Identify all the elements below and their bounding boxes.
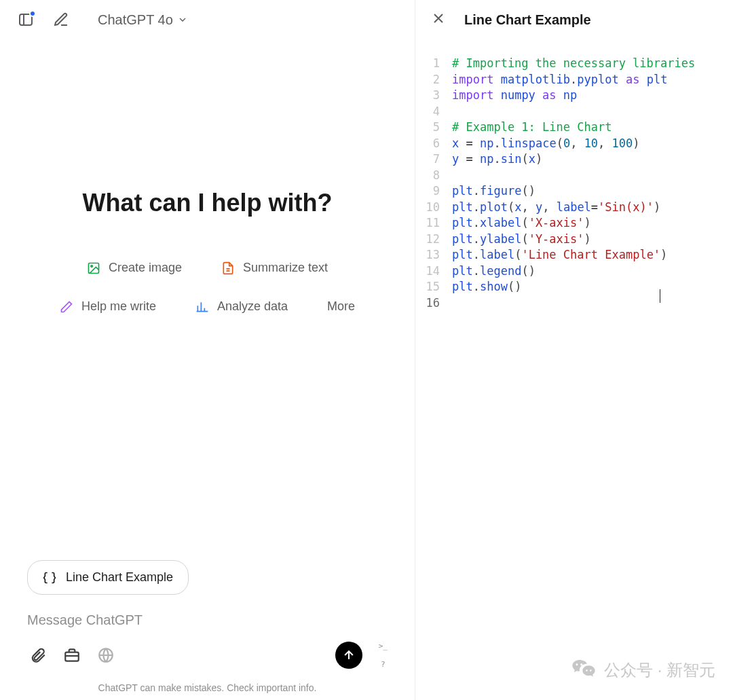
- document-icon: [221, 261, 235, 275]
- chat-center: What can I help with? Create image Summa…: [0, 189, 415, 319]
- suggestion-label: More: [327, 299, 355, 314]
- close-canvas-button[interactable]: [430, 10, 449, 29]
- wechat-icon: [570, 657, 597, 684]
- footer-note: ChatGPT can make mistakes. Check importa…: [27, 682, 388, 693]
- code-editor[interactable]: 12345678910111213141516 # Importing the …: [415, 39, 733, 700]
- suggestion-label: Analyze data: [217, 299, 288, 314]
- code-hint: >_: [379, 642, 388, 650]
- help-hint: ?: [381, 660, 386, 669]
- code-block: 12345678910111213141516 # Importing the …: [422, 56, 726, 311]
- svg-point-2: [91, 265, 93, 267]
- attachment-label: Line Chart Example: [66, 570, 173, 585]
- line-number-gutter: 12345678910111213141516: [422, 56, 452, 311]
- code-brackets-icon: [43, 571, 56, 585]
- side-hint-column: >_ ?: [379, 642, 388, 669]
- suggestion-summarize[interactable]: Summarize text: [212, 255, 337, 280]
- toolbox-icon: [63, 646, 81, 664]
- composer-area: Line Chart Example Message ChatGPT >_ ? …: [0, 560, 415, 693]
- suggestion-label: Create image: [109, 261, 182, 275]
- code-lines: # Importing the necessary librariesimpor…: [452, 56, 695, 311]
- arrow-up-icon: [342, 648, 356, 662]
- globe-icon: [97, 646, 115, 664]
- watermark-text: 公众号 · 新智元: [604, 659, 715, 681]
- watermark: 公众号 · 新智元: [570, 657, 715, 684]
- headline: What can I help with?: [83, 189, 333, 217]
- paperclip-icon: [29, 646, 47, 664]
- new-chat-button[interactable]: [49, 7, 73, 32]
- attachment-chip[interactable]: Line Chart Example: [27, 560, 189, 595]
- suggestion-analyze[interactable]: Analyze data: [186, 294, 297, 319]
- composer-toolbar: >_ ?: [27, 642, 388, 669]
- svg-rect-3: [65, 652, 79, 661]
- suggestion-create-image[interactable]: Create image: [77, 255, 191, 280]
- canvas-title: Line Chart Example: [464, 12, 591, 28]
- pencil-icon: [60, 300, 73, 314]
- send-button[interactable]: [335, 642, 362, 669]
- tools-button[interactable]: [61, 644, 83, 666]
- canvas-header: Line Chart Example: [415, 0, 733, 39]
- attach-button[interactable]: [27, 644, 49, 666]
- chat-header: ChatGPT 4o: [0, 0, 415, 39]
- sidebar-toggle-button[interactable]: [14, 7, 38, 32]
- model-picker[interactable]: ChatGPT 4o: [92, 10, 193, 31]
- suggestion-more[interactable]: More: [318, 294, 364, 319]
- edit-icon: [53, 12, 69, 28]
- text-caret: [660, 289, 660, 303]
- message-input[interactable]: Message ChatGPT: [27, 607, 388, 642]
- model-label: ChatGPT 4o: [98, 12, 173, 28]
- close-icon: [430, 10, 447, 26]
- suggestion-label: Help me write: [81, 299, 156, 314]
- canvas-panel: Line Chart Example 123456789101112131415…: [415, 0, 733, 700]
- web-button[interactable]: [95, 644, 117, 666]
- suggestion-label: Summarize text: [243, 261, 328, 275]
- notification-dot: [29, 10, 36, 17]
- chevron-down-icon: [177, 14, 188, 25]
- bar-chart-icon: [195, 300, 209, 314]
- suggestion-row: Create image Summarize text Help me writ…: [18, 255, 398, 319]
- suggestion-help-write[interactable]: Help me write: [50, 294, 166, 319]
- image-icon: [87, 261, 100, 275]
- chat-panel: ChatGPT 4o What can I help with? Create …: [0, 0, 415, 700]
